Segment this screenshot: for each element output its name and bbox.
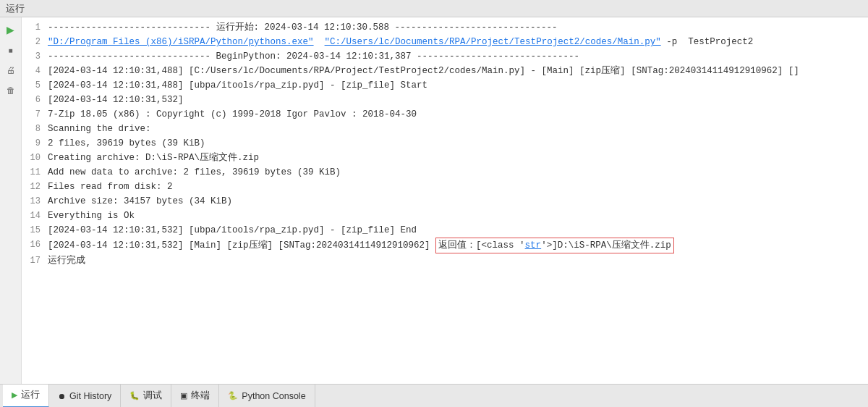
line-number: 15 bbox=[22, 223, 48, 238]
stop-button[interactable]: ■ bbox=[3, 42, 19, 58]
line-number: 10 bbox=[22, 151, 48, 165]
line-content: [2024-03-14 12:10:31,488] [ubpa/itools/r… bbox=[48, 78, 862, 93]
line-content: Archive size: 34157 bytes (34 KiB) bbox=[48, 194, 862, 209]
table-row: 4[2024-03-14 12:10:31,488] [C:/Users/lc/… bbox=[22, 64, 868, 78]
table-row: 15[2024-03-14 12:10:31,532] [ubpa/itools… bbox=[22, 223, 868, 238]
table-row: 14Everything is Ok bbox=[22, 209, 868, 223]
line-content: Files read from disk: 2 bbox=[48, 180, 862, 194]
return-value-box: 返回值：[<class 'str'>]D:\iS-RPA\压缩文件.zip bbox=[435, 238, 674, 253]
tab-run-label: 运行 bbox=[21, 389, 40, 401]
line-prefix: [2024-03-14 12:10:31,532] [Main] [zip压缩]… bbox=[48, 238, 435, 253]
table-row: 16[2024-03-14 12:10:31,532] [Main] [zip压… bbox=[22, 238, 868, 253]
python-icon: 🐍 bbox=[228, 391, 238, 400]
terminal-icon: ▣ bbox=[180, 391, 187, 400]
tab-git-history[interactable]: ⏺ Git History bbox=[49, 385, 121, 408]
console-output: 1------------------------------ 运行开始: 20… bbox=[22, 17, 868, 384]
return-value-label: 返回值：[<class ' bbox=[438, 240, 525, 251]
line-content: [2024-03-14 12:10:31,488] [C:/Users/lc/D… bbox=[48, 64, 862, 78]
print-button[interactable]: 🖨 bbox=[3, 62, 19, 78]
line-content: 7-Zip 18.05 (x86) : Copyright (c) 1999-2… bbox=[48, 107, 862, 122]
table-row: 17运行完成 bbox=[22, 253, 868, 268]
line-number: 5 bbox=[22, 78, 48, 93]
table-row: 92 files, 39619 bytes (39 KiB) bbox=[22, 136, 868, 151]
line-number: 16 bbox=[22, 238, 48, 252]
line-content: [2024-03-14 12:10:31,532] [Main] [zip压缩]… bbox=[48, 238, 862, 253]
table-row: 77-Zip 18.05 (x86) : Copyright (c) 1999-… bbox=[22, 107, 868, 122]
table-row: 1------------------------------ 运行开始: 20… bbox=[22, 20, 868, 35]
line-content: Creating archive: D:\iS-RPA\压缩文件.zip bbox=[48, 151, 862, 165]
table-row: 5[2024-03-14 12:10:31,488] [ubpa/itools/… bbox=[22, 78, 868, 93]
line-content: 2 files, 39619 bytes (39 KiB) bbox=[48, 136, 862, 151]
top-bar: 运行 bbox=[0, 0, 868, 17]
line-number: 4 bbox=[22, 64, 48, 78]
line-number: 17 bbox=[22, 253, 48, 268]
tab-terminal[interactable]: ▣ 终端 bbox=[171, 385, 219, 408]
table-row: 10Creating archive: D:\iS-RPA\压缩文件.zip bbox=[22, 151, 868, 165]
table-row: 2"D:/Program Files (x86)/iSRPA/Python/py… bbox=[22, 35, 868, 49]
exe-path-link[interactable]: "D:/Program Files (x86)/iSRPA/Python/pyt… bbox=[48, 37, 314, 47]
line-content: Everything is Ok bbox=[48, 209, 862, 223]
line-content: ------------------------------ 运行开始: 202… bbox=[48, 20, 862, 35]
line-number: 9 bbox=[22, 136, 48, 151]
str-type-link[interactable]: str bbox=[525, 240, 542, 251]
table-row: 8Scanning the drive: bbox=[22, 122, 868, 136]
tab-debug-label: 调试 bbox=[143, 390, 162, 402]
line-content: Add new data to archive: 2 files, 39619 … bbox=[48, 165, 862, 180]
line-text: -p TestProject2 bbox=[661, 37, 754, 47]
line-content: [2024-03-14 12:10:31,532] [ubpa/itools/r… bbox=[48, 223, 862, 238]
run-button[interactable]: ▶ bbox=[3, 22, 19, 38]
line-content: "D:/Program Files (x86)/iSRPA/Python/pyt… bbox=[48, 35, 862, 49]
line-content: ------------------------------ BeginPyth… bbox=[48, 49, 862, 64]
tab-debug[interactable]: 🐛 调试 bbox=[121, 385, 171, 408]
debug-icon: 🐛 bbox=[129, 391, 140, 400]
clear-button[interactable]: 🗑 bbox=[3, 83, 19, 98]
table-row: 11Add new data to archive: 2 files, 3961… bbox=[22, 165, 868, 180]
tab-run[interactable]: ▶ 运行 bbox=[3, 385, 49, 408]
table-row: 6[2024-03-14 12:10:31,532] bbox=[22, 93, 868, 107]
line-number: 13 bbox=[22, 194, 48, 209]
table-row: 12Files read from disk: 2 bbox=[22, 180, 868, 194]
line-content: Scanning the drive: bbox=[48, 122, 862, 136]
table-row: 3------------------------------ BeginPyt… bbox=[22, 49, 868, 64]
tab-python-console[interactable]: 🐍 Python Console bbox=[219, 385, 315, 408]
tab-terminal-label: 终端 bbox=[191, 390, 210, 402]
line-number: 12 bbox=[22, 180, 48, 194]
line-number: 2 bbox=[22, 35, 48, 49]
line-content: [2024-03-14 12:10:31,532] bbox=[48, 93, 862, 107]
line-number: 7 bbox=[22, 107, 48, 122]
line-number: 1 bbox=[22, 20, 48, 35]
run-tab-icon: ▶ bbox=[12, 390, 17, 400]
line-number: 6 bbox=[22, 93, 48, 107]
bottom-tab-bar: ▶ 运行 ⏺ Git History 🐛 调试 ▣ 终端 🐍 Python Co… bbox=[0, 384, 868, 407]
line-number: 8 bbox=[22, 122, 48, 136]
top-bar-title: 运行 bbox=[6, 2, 25, 15]
tab-git-history-label: Git History bbox=[69, 391, 111, 401]
git-icon: ⏺ bbox=[58, 392, 66, 400]
line-content: 运行完成 bbox=[48, 253, 862, 268]
sidebar: ▶ ■ 🖨 🗑 bbox=[0, 17, 22, 384]
return-value-suffix: '>]D:\iS-RPA\压缩文件.zip bbox=[541, 240, 671, 251]
table-row: 13Archive size: 34157 bytes (34 KiB) bbox=[22, 194, 868, 209]
main-container: ▶ ■ 🖨 🗑 1------------------------------ … bbox=[0, 17, 868, 384]
script-path-link[interactable]: "C:/Users/lc/Documents/RPA/Project/TestP… bbox=[325, 37, 661, 47]
trash-icon: 🗑 bbox=[7, 85, 15, 96]
stop-icon: ■ bbox=[8, 46, 12, 54]
line-number: 11 bbox=[22, 165, 48, 180]
tab-python-console-label: Python Console bbox=[242, 391, 305, 401]
run-icon: ▶ bbox=[7, 24, 14, 35]
line-number: 3 bbox=[22, 49, 48, 64]
print-icon: 🖨 bbox=[7, 65, 15, 75]
line-number: 14 bbox=[22, 209, 48, 223]
